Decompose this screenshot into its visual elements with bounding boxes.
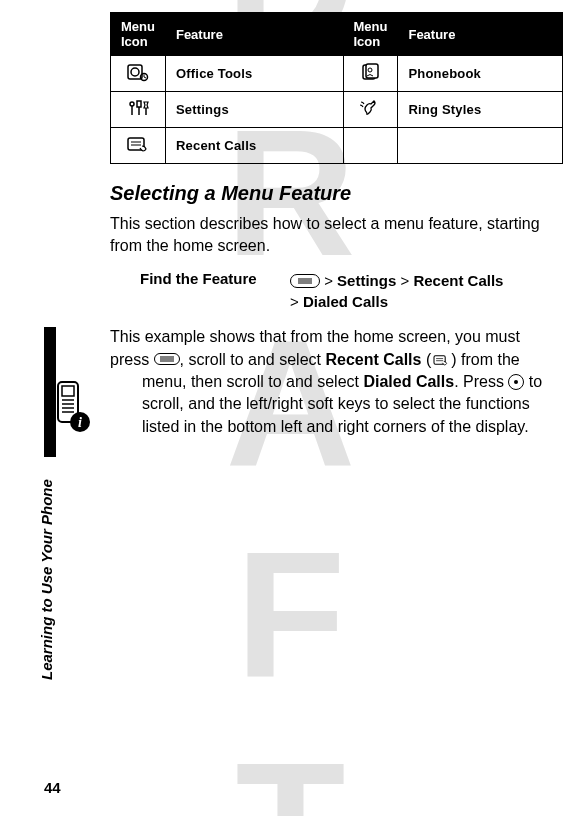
intro-paragraph: This section describes how to select a m… bbox=[110, 213, 563, 256]
nav-disc-icon bbox=[508, 374, 524, 390]
ring-styles-label: Ring Styles bbox=[398, 92, 563, 128]
svg-text:i: i bbox=[78, 415, 82, 430]
text: . Press bbox=[454, 373, 508, 390]
section-side-label: Learning to Use Your Phone bbox=[38, 479, 55, 680]
settings-icon bbox=[111, 92, 166, 128]
empty-feature-cell bbox=[398, 128, 563, 164]
find-feature-path: > Settings > Recent Calls > Dialed Calls bbox=[290, 270, 563, 312]
svg-rect-1 bbox=[62, 386, 74, 396]
recent-calls-label: Recent Calls bbox=[165, 128, 343, 164]
text: ) from the bbox=[451, 351, 519, 368]
th-menu-icon-2: Menu Icon bbox=[343, 13, 398, 56]
text: menu, then scroll to and select bbox=[142, 373, 363, 390]
th-feature-1: Feature bbox=[165, 13, 343, 56]
table-row: Office Tools Phonebook bbox=[111, 56, 563, 92]
th-menu-icon-1: Menu Icon bbox=[111, 13, 166, 56]
menu-key-icon bbox=[154, 353, 180, 365]
ring-styles-icon bbox=[343, 92, 398, 128]
dialed-calls-inline: Dialed Calls bbox=[363, 373, 454, 390]
path-dialed-calls: Dialed Calls bbox=[303, 293, 388, 310]
svg-point-15 bbox=[130, 102, 134, 106]
phone-info-icon: i bbox=[50, 380, 94, 438]
phonebook-label: Phonebook bbox=[398, 56, 563, 92]
gt: > bbox=[324, 272, 333, 289]
example-paragraph: This example shows that from the home sc… bbox=[110, 326, 563, 438]
empty-icon-cell bbox=[343, 128, 398, 164]
phonebook-icon bbox=[343, 56, 398, 92]
find-feature-row: Find the Feature > Settings > Recent Cal… bbox=[110, 270, 563, 312]
table-row: Recent Calls bbox=[111, 128, 563, 164]
th-feature-2: Feature bbox=[398, 13, 563, 56]
section-heading: Selecting a Menu Feature bbox=[110, 182, 563, 205]
recent-calls-inline-icon bbox=[431, 353, 451, 367]
office-tools-label: Office Tools bbox=[165, 56, 343, 92]
svg-line-12 bbox=[144, 77, 146, 78]
menu-icon-table: Menu Icon Feature Menu Icon Feature Off bbox=[110, 12, 563, 164]
gt: > bbox=[400, 272, 409, 289]
table-row: Settings Ring Styles bbox=[111, 92, 563, 128]
path-settings: Settings bbox=[337, 272, 396, 289]
find-feature-label: Find the Feature bbox=[110, 270, 290, 287]
svg-rect-17 bbox=[137, 101, 141, 107]
menu-key-icon bbox=[290, 274, 320, 288]
recent-calls-icon bbox=[111, 128, 166, 164]
gt: > bbox=[290, 293, 299, 310]
recent-calls-inline: Recent Calls bbox=[325, 351, 421, 368]
text: ( bbox=[421, 351, 431, 368]
path-recent-calls: Recent Calls bbox=[413, 272, 503, 289]
page-number: 44 bbox=[44, 779, 61, 796]
settings-label: Settings bbox=[165, 92, 343, 128]
svg-point-9 bbox=[131, 68, 139, 76]
text: , scroll to and select bbox=[180, 351, 326, 368]
office-tools-icon bbox=[111, 56, 166, 92]
